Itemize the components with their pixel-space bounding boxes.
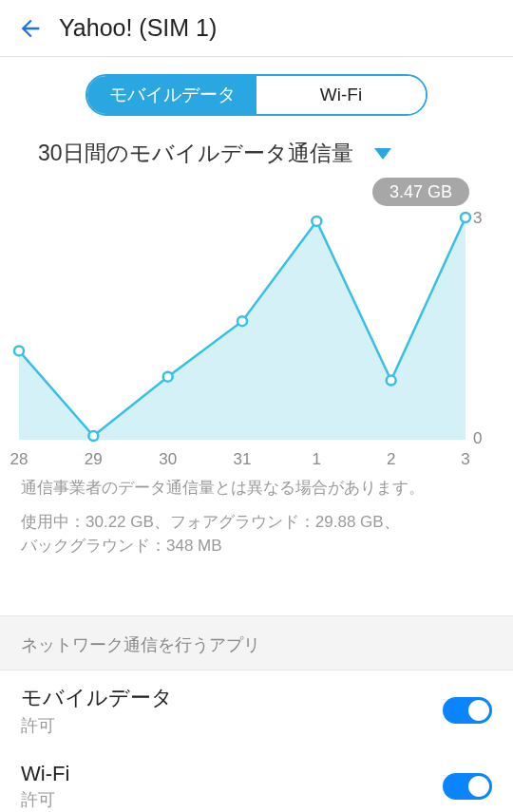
chart-badge: 3.47 GB bbox=[372, 178, 469, 206]
pref-mobile-text: モバイルデータ 許可 bbox=[21, 684, 443, 737]
pref-mobile-title: モバイルデータ bbox=[21, 684, 443, 712]
chart-title: 30日間のモバイルデータ通信量 bbox=[38, 139, 353, 168]
svg-text:29: 29 bbox=[85, 450, 103, 468]
svg-point-1 bbox=[88, 431, 98, 441]
svg-point-6 bbox=[461, 213, 470, 222]
usage-chart: 28293031123 3 0 3.47 GB bbox=[10, 176, 504, 470]
svg-text:3: 3 bbox=[461, 450, 469, 468]
pref-wifi-sub: 許可 bbox=[21, 788, 443, 811]
svg-point-3 bbox=[238, 316, 247, 326]
svg-text:0: 0 bbox=[473, 429, 482, 447]
chart-dropdown-icon[interactable] bbox=[374, 148, 391, 160]
pref-wifi[interactable]: Wi-Fi 許可 bbox=[0, 748, 513, 813]
svg-text:3: 3 bbox=[473, 209, 482, 227]
tab-wifi[interactable]: Wi-Fi bbox=[256, 76, 426, 114]
chart-container: 28293031123 3 0 3.47 GB bbox=[0, 176, 513, 470]
usage-summary: 使用中：30.22 GB、フォアグラウンド：29.88 GB、 バックグラウンド… bbox=[0, 502, 513, 558]
toggle-mobile-data[interactable] bbox=[443, 697, 492, 724]
usage-line-1: 使用中：30.22 GB、フォアグラウンド：29.88 GB、 bbox=[21, 513, 400, 531]
svg-text:3.47 GB: 3.47 GB bbox=[390, 182, 452, 201]
svg-point-4 bbox=[312, 217, 321, 226]
svg-text:28: 28 bbox=[10, 450, 28, 468]
pref-mobile-data[interactable]: モバイルデータ 許可 bbox=[0, 670, 513, 748]
toggle-wifi[interactable] bbox=[443, 773, 492, 800]
usage-line-2: バックグラウンド：348 MB bbox=[21, 537, 222, 555]
pref-mobile-sub: 許可 bbox=[21, 714, 443, 737]
svg-point-0 bbox=[14, 346, 24, 355]
svg-text:31: 31 bbox=[234, 450, 252, 468]
chart-note: 通信事業者のデータ通信量とは異なる場合があります。 bbox=[0, 470, 513, 502]
back-button[interactable] bbox=[10, 8, 51, 49]
pref-wifi-text: Wi-Fi 許可 bbox=[21, 762, 443, 811]
spacer bbox=[0, 558, 513, 615]
arrow-left-icon bbox=[17, 15, 44, 42]
svg-text:1: 1 bbox=[313, 450, 321, 468]
svg-point-5 bbox=[387, 376, 396, 386]
tabs-row: モバイルデータ Wi-Fi bbox=[0, 57, 513, 125]
section-header: ネットワーク通信を行うアプリ bbox=[0, 615, 513, 670]
tabs: モバイルデータ Wi-Fi bbox=[86, 74, 428, 116]
page-title: Yahoo! (SIM 1) bbox=[59, 14, 217, 42]
chart-title-row: 30日間のモバイルデータ通信量 bbox=[0, 125, 513, 176]
tab-mobile-data[interactable]: モバイルデータ bbox=[87, 76, 256, 114]
svg-text:30: 30 bbox=[159, 450, 177, 468]
pref-wifi-title: Wi-Fi bbox=[21, 762, 443, 786]
header: Yahoo! (SIM 1) bbox=[0, 0, 513, 57]
svg-point-2 bbox=[163, 372, 173, 382]
svg-text:2: 2 bbox=[387, 450, 395, 468]
